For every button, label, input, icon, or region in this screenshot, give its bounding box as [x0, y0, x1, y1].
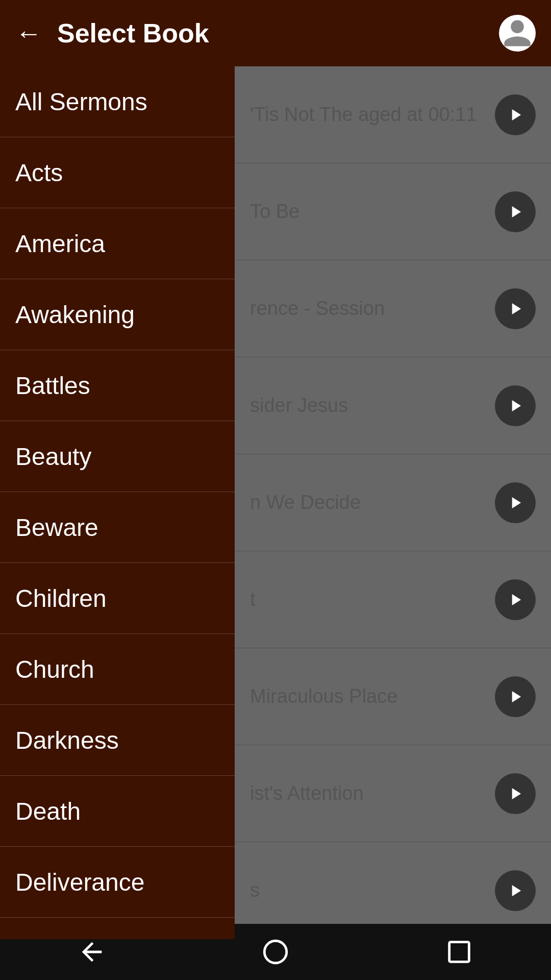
book-list-item[interactable]: Acts — [0, 137, 235, 208]
page-title: Select Book — [57, 18, 499, 48]
book-list: All SermonsActsAmericaAwakeningBattlesBe… — [0, 66, 235, 939]
sermon-title: To Be — [250, 199, 495, 224]
sermon-list-item[interactable]: ist's Attention — [235, 745, 551, 842]
book-list-item[interactable]: Awakening — [0, 279, 235, 350]
book-item-label: All Sermons — [15, 88, 147, 116]
profile-icon[interactable] — [499, 15, 536, 52]
book-list-item[interactable]: America — [0, 208, 235, 279]
sermon-title: t — [250, 587, 495, 612]
book-item-label: Death — [15, 797, 81, 825]
book-item-label: Battles — [15, 372, 90, 400]
play-button[interactable] — [495, 94, 536, 135]
book-item-label: Darkness — [15, 726, 119, 754]
sermon-title: n We Decide — [250, 490, 495, 515]
nav-recents-button[interactable] — [439, 932, 479, 972]
book-list-item[interactable]: Children — [0, 563, 235, 634]
app-header: ← Select Book — [0, 0, 551, 66]
play-button[interactable] — [495, 579, 536, 620]
book-list-item[interactable]: Death — [0, 776, 235, 847]
play-button[interactable] — [495, 870, 536, 911]
svg-point-0 — [264, 941, 287, 963]
main-content: All SermonsActsAmericaAwakeningBattlesBe… — [0, 66, 551, 939]
book-list-item[interactable]: Beware — [0, 492, 235, 563]
play-button[interactable] — [495, 482, 536, 523]
sermon-list-item[interactable]: To Be — [235, 163, 551, 260]
play-button[interactable] — [495, 676, 536, 717]
sermon-title: sider Jesus — [250, 393, 495, 418]
back-button[interactable]: ← — [15, 20, 42, 46]
sermon-list-item[interactable]: 'Tis Not The aged at 00:11 — [235, 66, 551, 163]
book-item-label: Children — [15, 584, 107, 612]
book-item-label: Acts — [15, 159, 63, 187]
sermon-title: s — [250, 878, 495, 903]
book-list-item[interactable]: Beauty — [0, 421, 235, 492]
svg-rect-1 — [449, 942, 469, 962]
play-button[interactable] — [495, 288, 536, 329]
sermon-list-item[interactable]: rence - Session — [235, 260, 551, 357]
sermon-title: Miraculous Place — [250, 684, 495, 709]
sermon-title: rence - Session — [250, 296, 495, 321]
book-list-item[interactable]: Darkness — [0, 705, 235, 776]
book-item-label: Church — [15, 655, 94, 683]
book-list-item[interactable]: Church — [0, 634, 235, 705]
play-button[interactable] — [495, 773, 536, 814]
play-button[interactable] — [495, 385, 536, 426]
sermon-title: ist's Attention — [250, 781, 495, 806]
sermon-list-item[interactable]: Miraculous Place — [235, 648, 551, 745]
sermon-list-item[interactable]: sider Jesus — [235, 357, 551, 454]
sermon-list-item[interactable]: n We Decide — [235, 454, 551, 551]
book-list-item[interactable]: All Sermons — [0, 66, 235, 137]
book-list-item[interactable]: Deliverance — [0, 847, 235, 918]
sermon-list: 'Tis Not The aged at 00:11To Berence - S… — [235, 66, 551, 939]
book-list-item[interactable]: Battles — [0, 350, 235, 421]
sermon-title: 'Tis Not The aged at 00:11 — [250, 102, 495, 127]
nav-home-button[interactable] — [256, 932, 295, 972]
book-item-label: Beware — [15, 513, 98, 542]
book-item-label: Beauty — [15, 443, 91, 471]
play-button[interactable] — [495, 191, 536, 232]
book-item-label: Deliverance — [15, 868, 144, 896]
book-item-label: America — [15, 230, 105, 258]
sermon-list-item[interactable]: t — [235, 551, 551, 648]
book-item-label: Awakening — [15, 301, 135, 329]
